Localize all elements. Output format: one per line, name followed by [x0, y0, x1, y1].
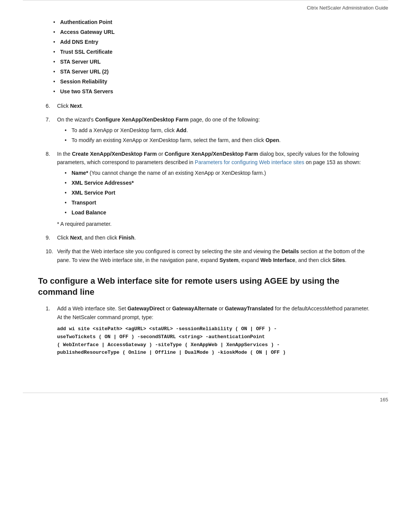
configure-farm-label: Configure XenApp/XenDesktop Farm	[95, 117, 189, 123]
step-7-subitems: To add a XenApp or XenDesktop farm, clic…	[57, 126, 373, 144]
name-label: Name*	[72, 170, 88, 176]
header-title: Citrix NetScaler Administration Guide	[307, 5, 388, 11]
system-label: System	[220, 257, 239, 263]
step-number: 6.	[46, 102, 50, 110]
list-item: Trust SSL Certificate	[53, 48, 373, 56]
command-text: add wi site <sitePath> <agURL> <staURL> …	[57, 325, 373, 357]
step-6: 6. Click Next.	[38, 102, 373, 110]
item-label: Add DNS Entry	[60, 39, 98, 45]
list-item: Load Balance	[65, 209, 373, 217]
item-label: Access Gateway URL	[60, 29, 115, 35]
list-item: Access Gateway URL	[53, 28, 373, 36]
item-label: Session Reliability	[60, 78, 107, 85]
sites-label: Sites	[332, 257, 345, 263]
parameters-link[interactable]: Parameters for configuring Web interface…	[195, 159, 304, 165]
page-number: 165	[380, 397, 388, 403]
item-label: Use two STA Servers	[60, 88, 113, 94]
list-item: Session Reliability	[53, 78, 373, 86]
list-item: Add DNS Entry	[53, 38, 373, 46]
content-area: Authentication Point Access Gateway URL …	[0, 11, 411, 385]
item-label: STA Server URL (2)	[60, 69, 108, 75]
web-interface-label: Web Interface	[260, 257, 295, 263]
section-heading: To configure a Web interface site for re…	[38, 276, 373, 297]
required-note: * A required parameter.	[57, 220, 373, 228]
gateway-alternate-label: GatewayAlternate	[172, 305, 217, 312]
gateway-direct-label: GatewayDirect	[127, 305, 164, 312]
item-label: Trust SSL Certificate	[60, 49, 112, 55]
step-8: 8. In the Create XenApp/XenDesktop Farm …	[38, 150, 373, 228]
load-balance-label: Load Balance	[72, 209, 106, 216]
list-item: Transport	[65, 199, 373, 207]
footer-area: 165	[23, 393, 388, 403]
step-7: 7. On the wizard's Configure XenApp/XenD…	[38, 115, 373, 144]
open-label: Open	[266, 137, 279, 143]
gateway-translated-label: GatewayTranslated	[225, 305, 274, 312]
list-item: To add a XenApp or XenDesktop farm, clic…	[65, 126, 373, 134]
item-label: Authentication Point	[60, 19, 112, 25]
details-label: Details	[282, 248, 299, 254]
finish-label: Finish	[119, 235, 134, 241]
step-number: 10.	[46, 247, 53, 256]
initial-bullet-list: Authentication Point Access Gateway URL …	[38, 18, 373, 96]
list-item: Name* (You cannot change the name of an …	[65, 169, 373, 177]
transport-label: Transport	[72, 200, 96, 206]
list-item: Use two STA Servers	[53, 88, 373, 96]
next-label: Next	[70, 103, 81, 109]
step-number: 1.	[46, 304, 50, 313]
xml-addr-label: XML Service Addresses*	[72, 180, 134, 186]
page-container: Citrix NetScaler Administration Guide Au…	[0, 0, 411, 532]
xml-port-label: XML Service Port	[72, 190, 115, 196]
section-steps-list: 1. Add a Web interface site. Set Gateway…	[38, 304, 373, 357]
step-number: 7.	[46, 115, 50, 124]
next-label2: Next	[70, 235, 81, 241]
step-number: 8.	[46, 150, 50, 158]
list-item: STA Server URL (2)	[53, 68, 373, 76]
list-item: Authentication Point	[53, 18, 373, 26]
add-label: Add	[176, 127, 186, 133]
configure-farm-label2: Configure XenApp/XenDesktop Farm	[164, 151, 258, 157]
list-item: XML Service Addresses*	[65, 179, 373, 187]
list-item: XML Service Port	[65, 189, 373, 197]
step-9: 9. Click Next, and then click Finish.	[38, 233, 373, 242]
step-10: 10. Verify that the Web interface site y…	[38, 247, 373, 264]
create-farm-label: Create XenApp/XenDesktop Farm	[72, 151, 157, 157]
step-number: 9.	[46, 233, 50, 242]
code-block: add wi site <sitePath> <agURL> <staURL> …	[57, 325, 373, 357]
header-area: Citrix NetScaler Administration Guide	[23, 0, 388, 11]
list-item: STA Server URL	[53, 58, 373, 66]
section-step-1: 1. Add a Web interface site. Set Gateway…	[38, 304, 373, 357]
step-8-subitems: Name* (You cannot change the name of an …	[57, 169, 373, 217]
list-item: To modify an existing XenApp or XenDeskt…	[65, 136, 373, 144]
item-label: STA Server URL	[60, 59, 101, 65]
steps-list: 6. Click Next. 7. On the wizard's Config…	[38, 102, 373, 264]
